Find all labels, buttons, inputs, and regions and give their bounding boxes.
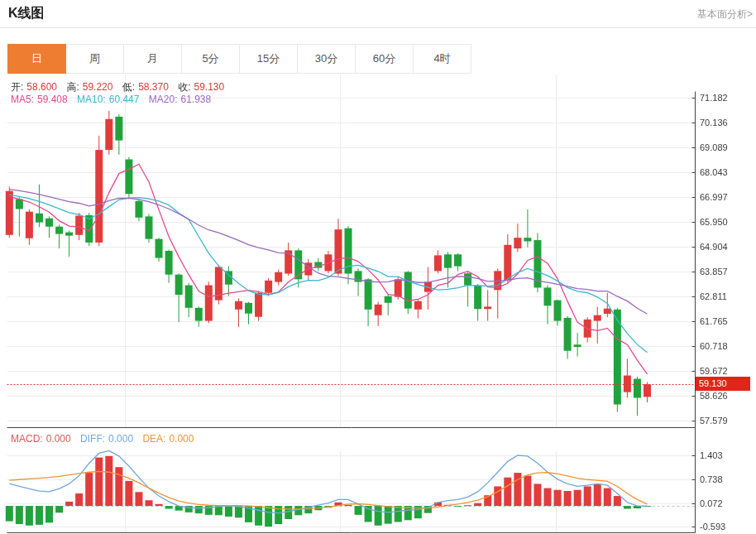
- tab-60min[interactable]: 60分: [355, 44, 414, 74]
- macd-axis-label: 0.738: [700, 474, 723, 484]
- period-tabs: 日周月5分15分30分60分4时: [8, 44, 471, 74]
- fundamental-analysis-link[interactable]: 基本面分析>: [697, 7, 753, 22]
- ohlc-open-label: 开:: [11, 81, 23, 93]
- ohlc-low-value: 58.370: [138, 81, 169, 93]
- macd-axis-label: 1.403: [700, 450, 723, 460]
- ma-row: MA5:59.408 MA10:60.447 MA20:61.938: [11, 94, 218, 105]
- price-axis-label: 64.904: [700, 242, 728, 252]
- page-title: K线图: [8, 5, 45, 22]
- tab-5min[interactable]: 5分: [181, 44, 240, 74]
- ohlc-high-label: 高:: [66, 81, 79, 93]
- tab-week[interactable]: 周: [65, 44, 124, 74]
- macd-axis-label: 0.072: [700, 498, 723, 508]
- price-axis-label: 68.043: [700, 167, 728, 177]
- macd-value: 0.000: [46, 433, 71, 445]
- price-axis-label: 60.718: [700, 341, 728, 351]
- macd-label: MACD:: [11, 433, 43, 445]
- price-axis-label: 71.182: [700, 93, 728, 103]
- ma20-value: 61.938: [180, 94, 211, 105]
- tab-month[interactable]: 月: [123, 44, 182, 74]
- price-axis-label: 61.765: [700, 316, 728, 326]
- dea-value: 0.000: [169, 433, 194, 445]
- diff-value: 0.000: [108, 433, 133, 445]
- price-axis-label: 58.626: [700, 391, 728, 401]
- ma5-label: MA5:: [11, 94, 34, 105]
- price-axis-label: 63.857: [700, 267, 728, 277]
- price-axis-label: 59.672: [700, 366, 728, 376]
- price-axis-label: 66.997: [700, 192, 728, 202]
- ohlc-row: 开:58.600 高:59.220 低:58.370 收:59.130: [11, 80, 231, 94]
- ohlc-close-value: 59.130: [194, 81, 225, 93]
- price-axis-label: 69.089: [700, 142, 728, 152]
- price-axis-label: 57.579: [700, 416, 728, 426]
- header-divider: [0, 27, 756, 28]
- ma10-value: 60.447: [109, 94, 140, 105]
- price-axis-label: 65.950: [700, 217, 728, 227]
- tab-15min[interactable]: 15分: [239, 44, 298, 74]
- ohlc-close-label: 收:: [178, 81, 190, 93]
- kline-app: K线图 基本面分析> 日周月5分15分30分60分4时 开:58.600 高:5…: [0, 0, 756, 534]
- ma20-label: MA20:: [149, 94, 178, 105]
- price-axis-label: 62.811: [700, 291, 727, 301]
- ohlc-high-value: 59.220: [83, 81, 113, 93]
- ohlc-open-value: 58.600: [26, 81, 57, 93]
- ohlc-low-label: 低:: [122, 81, 135, 93]
- tab-day[interactable]: 日: [7, 44, 66, 74]
- macd-info-row: MACD:0.000 DIFF:0.000 DEA:0.000: [11, 433, 200, 445]
- macd-axis-label: -0.593: [700, 522, 725, 532]
- ma5-value: 59.408: [37, 94, 68, 105]
- dea-label: DEA:: [142, 433, 165, 445]
- current-price-badge: 59.130: [696, 377, 750, 391]
- tab-30min[interactable]: 30分: [297, 44, 356, 74]
- tab-4hour[interactable]: 4时: [413, 44, 471, 74]
- diff-label: DIFF:: [80, 433, 105, 445]
- price-axis-label: 70.136: [700, 118, 728, 127]
- ma10-label: MA10:: [77, 94, 106, 105]
